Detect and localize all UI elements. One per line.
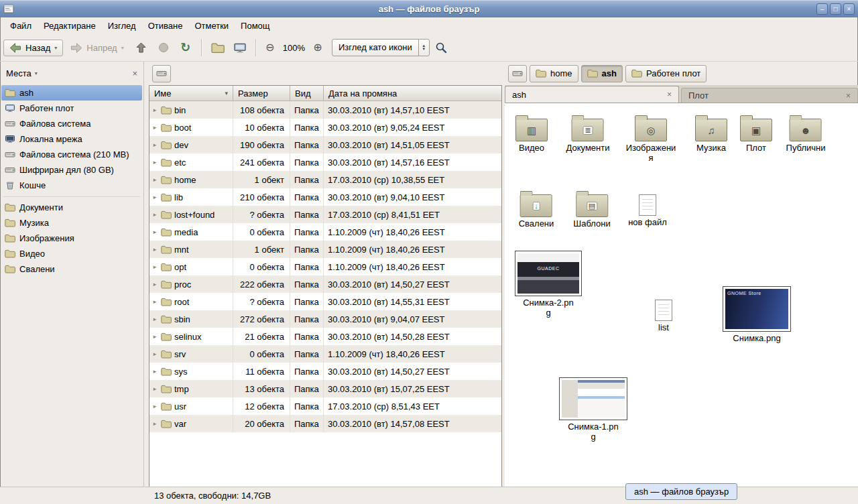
file-row[interactable]: ▸tmp13 обектаПапка30.03.2010 (вт) 15,07,… — [149, 380, 501, 397]
zoom-in-button[interactable]: ⊕ — [310, 39, 326, 56]
file-row[interactable]: ▸lib210 обектаПапка30.03.2010 (вт) 9,04,… — [149, 188, 501, 206]
file-row[interactable]: ▸sbin272 обектаПапка30.03.2010 (вт) 9,04… — [149, 310, 501, 328]
file-row[interactable]: ▸bin108 обектаПапка30.03.2010 (вт) 14,57… — [149, 101, 501, 119]
icon-item[interactable]: GNOME StoreСнимка.png — [723, 286, 791, 344]
icon-item[interactable]: ♫Музика — [695, 113, 727, 153]
icon-item[interactable]: ≣Документи — [566, 113, 610, 153]
sidebar-item[interactable]: Работен плот — [1, 101, 142, 116]
tab[interactable]: ash× — [505, 86, 679, 103]
tab-close-icon[interactable]: × — [667, 90, 672, 99]
back-history-dropdown-icon[interactable]: ▾ — [54, 45, 57, 51]
view-mode-select[interactable]: Изглед като икони ▲▼ — [332, 39, 430, 56]
sidebar-item[interactable]: Изображения — [1, 231, 142, 246]
sidebar-item[interactable]: Кошче — [1, 178, 142, 193]
expander-icon[interactable]: ▸ — [151, 159, 158, 166]
expander-icon[interactable]: ▸ — [151, 194, 158, 200]
sidebar-item[interactable]: Видео — [1, 246, 142, 261]
column-header[interactable]: Име▾ — [149, 86, 233, 101]
expander-icon[interactable]: ▸ — [151, 316, 158, 322]
file-row[interactable]: ▸etc241 обектаПапка30.03.2010 (вт) 14,57… — [149, 153, 501, 171]
up-button[interactable] — [131, 38, 151, 58]
file-row[interactable]: ▸sys11 обектаПапка30.03.2010 (вт) 14,50,… — [149, 363, 501, 380]
expander-icon[interactable]: ▸ — [151, 403, 158, 410]
file-row[interactable]: ▸usr12 обектаПапка17.03.2010 (ср) 8,51,4… — [149, 397, 501, 415]
icon-item[interactable]: ↓Свалени — [519, 189, 554, 229]
file-row[interactable]: ▸lost+found? обектаПапка17.03.2010 (ср) … — [149, 206, 501, 223]
tab[interactable]: Плот× — [681, 88, 858, 103]
sidebar-item[interactable]: Шифриран дял (80 GB) — [1, 162, 142, 178]
icon-item[interactable]: ▤Шаблони — [573, 189, 610, 229]
menu-item[interactable]: Помощ — [235, 19, 275, 33]
expander-icon[interactable]: ▸ — [151, 263, 158, 270]
expander-icon[interactable]: ▸ — [151, 351, 158, 357]
icon-item[interactable]: нов файл — [628, 192, 667, 228]
back-button[interactable]: Назад ▾ — [3, 40, 63, 56]
icon-item[interactable]: Снимка-1.png — [559, 377, 627, 442]
menu-item[interactable]: Отметки — [188, 19, 235, 33]
minimize-button[interactable]: – — [816, 3, 828, 15]
zoom-out-button[interactable]: ⊖ — [262, 39, 278, 56]
sidebar-title[interactable]: Места — [6, 68, 32, 78]
reload-button[interactable]: ↻ — [176, 38, 196, 58]
file-row[interactable]: ▸home1 обектПапка17.03.2010 (ср) 10,38,5… — [149, 171, 501, 188]
icon-item[interactable]: ▥Видео — [515, 113, 548, 153]
menu-item[interactable]: Редактиране — [38, 19, 102, 33]
path-button[interactable]: ash — [581, 65, 623, 82]
icon-view[interactable]: ▥Видео≣Документи◎Изображения♫Музика▣Плот… — [505, 103, 858, 487]
file-row[interactable]: ▸srv0 обектаПапка1.10.2009 (чт) 18,40,26… — [149, 345, 501, 363]
expander-icon[interactable]: ▸ — [151, 229, 158, 235]
column-header[interactable]: Дата на промяна — [324, 86, 501, 101]
tab-close-icon[interactable]: × — [846, 91, 851, 101]
path-button[interactable]: Работен плот — [625, 65, 707, 82]
path-button[interactable]: home — [530, 65, 578, 82]
root-path-button[interactable] — [152, 65, 171, 82]
close-button[interactable]: × — [843, 3, 855, 15]
taskbar-window-hint[interactable]: ash — файлов браузър — [625, 483, 737, 500]
sidebar-item[interactable]: Документи — [1, 200, 142, 215]
spinner-arrows-icon[interactable]: ▲▼ — [418, 40, 429, 56]
column-header[interactable]: Вид — [290, 86, 324, 101]
file-row[interactable]: ▸opt0 обектаПапка1.10.2009 (чт) 18,40,26… — [149, 258, 501, 275]
list-body[interactable]: ▸bin108 обектаПапка30.03.2010 (вт) 14,57… — [149, 101, 501, 487]
expander-icon[interactable]: ▸ — [151, 246, 158, 253]
path-button[interactable] — [508, 65, 527, 82]
expander-icon[interactable]: ▸ — [151, 176, 158, 183]
sidebar-item[interactable]: Локална мрежа — [1, 131, 142, 147]
menu-item[interactable]: Изглед — [102, 19, 142, 33]
expander-icon[interactable]: ▸ — [151, 420, 158, 427]
sidebar-item[interactable]: Свалени — [1, 261, 142, 277]
icon-item[interactable]: list — [655, 297, 672, 333]
search-button[interactable] — [432, 38, 452, 58]
expander-icon[interactable]: ▸ — [151, 333, 158, 340]
icon-item[interactable]: GUADECСнимка-2.png — [515, 251, 582, 318]
chevron-down-icon[interactable]: ▾ — [35, 70, 38, 76]
pane-splitter[interactable] — [144, 62, 149, 487]
file-row[interactable]: ▸proc222 обектаПапка30.03.2010 (вт) 14,5… — [149, 275, 501, 293]
file-row[interactable]: ▸root? обектаПапка30.03.2010 (вт) 14,55,… — [149, 293, 501, 310]
sidebar-item[interactable]: Файлова система — [1, 116, 142, 131]
file-row[interactable]: ▸boot10 обектаПапка30.03.2010 (вт) 9,05,… — [149, 119, 501, 136]
forward-button[interactable]: Напред ▾ — [65, 40, 129, 56]
file-row[interactable]: ▸media0 обектаПапка1.10.2009 (чт) 18,40,… — [149, 223, 501, 241]
maximize-button[interactable]: □ — [830, 3, 841, 15]
menu-item[interactable]: Файл — [4, 19, 38, 33]
file-row[interactable]: ▸dev190 обектаПапка30.03.2010 (вт) 14,51… — [149, 136, 501, 153]
icon-item[interactable]: ☻Публични — [786, 113, 826, 153]
icon-item[interactable]: ▣Плот — [740, 113, 772, 153]
expander-icon[interactable]: ▸ — [151, 124, 158, 131]
file-row[interactable]: ▸mnt1 обектПапка1.10.2009 (чт) 18,40,26 … — [149, 241, 501, 258]
file-row[interactable]: ▸selinux21 обектаПапка30.03.2010 (вт) 14… — [149, 328, 501, 345]
sidebar-close-button[interactable]: × — [132, 68, 137, 78]
expander-icon[interactable]: ▸ — [151, 141, 158, 148]
home-button[interactable] — [208, 38, 228, 58]
menu-item[interactable]: Отиване — [142, 19, 189, 33]
column-header[interactable]: Размер — [233, 86, 290, 101]
titlebar[interactable]: ash — файлов браузър – □ × — [0, 0, 858, 17]
sidebar-item[interactable]: Музика — [1, 215, 142, 231]
expander-icon[interactable]: ▸ — [151, 385, 158, 392]
expander-icon[interactable]: ▸ — [151, 368, 158, 375]
expander-icon[interactable]: ▸ — [151, 107, 158, 113]
expander-icon[interactable]: ▸ — [151, 281, 158, 288]
sidebar-item[interactable]: ash — [1, 85, 142, 101]
computer-button[interactable] — [230, 38, 250, 58]
